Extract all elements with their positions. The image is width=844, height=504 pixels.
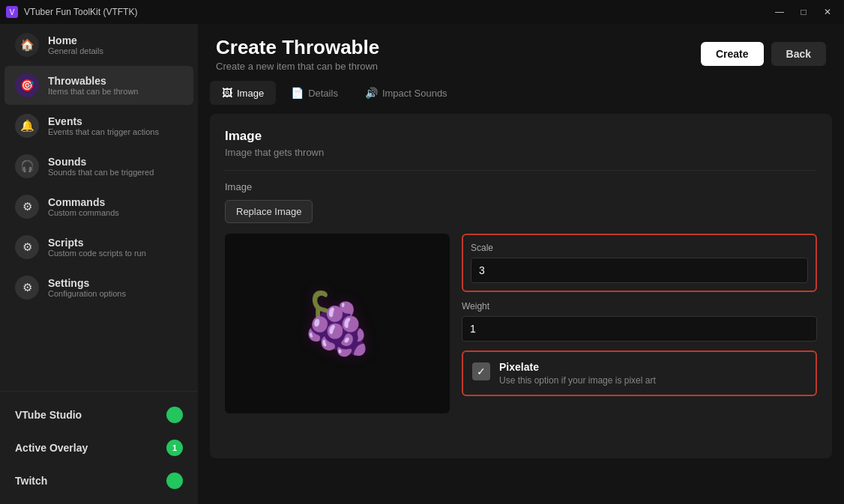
impact-sounds-tab-icon: 🔊 bbox=[365, 87, 378, 99]
vtube-studio-status bbox=[166, 407, 183, 423]
sidebar-item-throwables[interactable]: 🎯 Throwables Items that can be thrown bbox=[4, 66, 193, 105]
sidebar-settings-title: Settings bbox=[48, 277, 126, 289]
sidebar-item-twitch[interactable]: Twitch bbox=[4, 465, 193, 497]
scale-input[interactable] bbox=[471, 258, 808, 283]
twitch-status bbox=[166, 473, 183, 489]
sidebar-settings-sub: Configuration options bbox=[48, 289, 126, 298]
content-panel: Image Image that gets thrown Image Repla… bbox=[210, 114, 832, 458]
throwables-icon: 🎯 bbox=[15, 73, 39, 97]
tab-details-label: Details bbox=[308, 88, 338, 99]
sidebar-nav: 🏠 Home General details 🎯 Throwables Item… bbox=[0, 24, 198, 391]
vtube-studio-label: VTube Studio bbox=[15, 409, 82, 421]
active-overlay-label: Active Overlay bbox=[15, 442, 88, 454]
create-button[interactable]: Create bbox=[701, 42, 764, 66]
weight-input[interactable] bbox=[462, 316, 817, 341]
commands-icon: ⚙ bbox=[15, 195, 39, 219]
minimize-button[interactable]: — bbox=[769, 4, 790, 19]
tab-impact-sounds-label: Impact Sounds bbox=[382, 88, 447, 99]
settings-icon: ⚙ bbox=[15, 276, 39, 300]
home-icon: 🏠 bbox=[15, 33, 39, 57]
sidebar-item-home[interactable]: 🏠 Home General details bbox=[4, 25, 193, 64]
tab-image-label: Image bbox=[237, 88, 264, 99]
header-actions: Create Back bbox=[701, 42, 826, 66]
scale-group: Scale bbox=[462, 234, 817, 292]
image-tab-icon: 🖼 bbox=[222, 87, 232, 99]
image-controls-row: 🍇 Scale Weight ✓ bbox=[225, 234, 817, 413]
sidebar-throwables-sub: Items that can be thrown bbox=[48, 87, 138, 96]
sidebar: 🏠 Home General details 🎯 Throwables Item… bbox=[0, 24, 198, 504]
sidebar-item-scripts[interactable]: ⚙ Scripts Custom code scripts to run bbox=[4, 228, 193, 267]
sidebar-item-sounds[interactable]: 🎧 Sounds Sounds that can be triggered bbox=[4, 147, 193, 186]
main-content: Create Throwable Create a new item that … bbox=[198, 24, 844, 504]
pixelate-checkbox[interactable]: ✓ bbox=[472, 362, 490, 380]
pixelate-subtitle: Use this option if your image is pixel a… bbox=[499, 375, 656, 386]
tab-image[interactable]: 🖼 Image bbox=[210, 81, 276, 105]
sidebar-commands-sub: Custom commands bbox=[48, 208, 119, 217]
app-logo-icon: V bbox=[6, 6, 18, 18]
replace-image-button[interactable]: Replace Image bbox=[225, 200, 313, 223]
sidebar-home-title: Home bbox=[48, 34, 103, 46]
scale-label: Scale bbox=[471, 243, 808, 253]
sidebar-events-sub: Events that can trigger actions bbox=[48, 127, 159, 136]
sidebar-item-vtube-studio[interactable]: VTube Studio bbox=[4, 399, 193, 431]
sidebar-sounds-title: Sounds bbox=[48, 156, 154, 168]
sidebar-bottom: VTube Studio Active Overlay 1 Twitch bbox=[0, 391, 198, 504]
back-button[interactable]: Back bbox=[771, 42, 826, 66]
active-overlay-badge: 1 bbox=[166, 440, 183, 456]
close-button[interactable]: ✕ bbox=[817, 4, 838, 19]
main-header: Create Throwable Create a new item that … bbox=[198, 24, 844, 81]
controls-panel: Scale Weight ✓ Pixelate bbox=[462, 234, 817, 396]
sidebar-commands-title: Commands bbox=[48, 196, 119, 208]
titlebar: V VTuber Fun ToolKit (VTFTK) — □ ✕ bbox=[0, 0, 844, 24]
panel-title: Image bbox=[225, 129, 817, 144]
page-title: Create Throwable bbox=[216, 36, 379, 59]
sidebar-item-events[interactable]: 🔔 Events Events that can trigger actions bbox=[4, 106, 193, 145]
sidebar-scripts-title: Scripts bbox=[48, 237, 146, 249]
weight-label: Weight bbox=[462, 301, 817, 312]
panel-subtitle: Image that gets thrown bbox=[225, 147, 817, 158]
sidebar-item-commands[interactable]: ⚙ Commands Custom commands bbox=[4, 187, 193, 226]
sounds-icon: 🎧 bbox=[15, 154, 39, 178]
scripts-icon: ⚙ bbox=[15, 235, 39, 259]
sidebar-home-sub: General details bbox=[48, 46, 103, 55]
window-controls: — □ ✕ bbox=[769, 4, 838, 19]
image-section-label: Image bbox=[225, 181, 817, 192]
tab-details[interactable]: 📄 Details bbox=[279, 81, 350, 105]
preview-image: 🍇 bbox=[300, 288, 375, 359]
tab-impact-sounds[interactable]: 🔊 Impact Sounds bbox=[353, 81, 459, 105]
titlebar-left: V VTuber Fun ToolKit (VTFTK) bbox=[6, 6, 137, 18]
pixelate-group: ✓ Pixelate Use this option if your image… bbox=[462, 350, 817, 396]
twitch-label: Twitch bbox=[15, 475, 47, 487]
sidebar-throwables-title: Throwables bbox=[48, 75, 138, 87]
content-area: Image Image that gets thrown Image Repla… bbox=[198, 114, 844, 504]
sidebar-item-active-overlay[interactable]: Active Overlay 1 bbox=[4, 432, 193, 464]
pixelate-title: Pixelate bbox=[499, 361, 656, 373]
events-icon: 🔔 bbox=[15, 114, 39, 138]
weight-group: Weight bbox=[462, 301, 817, 341]
sidebar-sounds-sub: Sounds that can be triggered bbox=[48, 168, 154, 177]
maximize-button[interactable]: □ bbox=[793, 4, 814, 19]
image-preview: 🍇 bbox=[225, 234, 450, 413]
app-title: VTuber Fun ToolKit (VTFTK) bbox=[24, 7, 137, 17]
sidebar-scripts-sub: Custom code scripts to run bbox=[48, 249, 146, 258]
tabs-bar: 🖼 Image 📄 Details 🔊 Impact Sounds bbox=[198, 81, 844, 114]
header-title-block: Create Throwable Create a new item that … bbox=[216, 36, 379, 72]
checkmark-icon: ✓ bbox=[477, 365, 486, 377]
sidebar-item-settings[interactable]: ⚙ Settings Configuration options bbox=[4, 268, 193, 307]
sidebar-events-title: Events bbox=[48, 115, 159, 127]
page-subtitle: Create a new item that can be thrown bbox=[216, 61, 379, 72]
details-tab-icon: 📄 bbox=[291, 87, 304, 99]
panel-divider bbox=[225, 170, 817, 171]
